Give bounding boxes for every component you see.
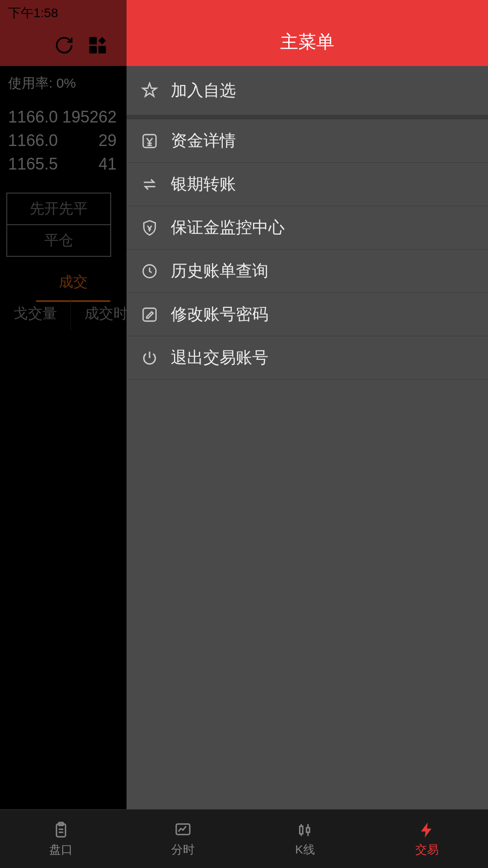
status-time: 下午1:58 [8,5,58,22]
star-icon [140,81,159,100]
menu-item-change-password[interactable]: 修改账号密码 [127,293,488,336]
shield-icon [140,218,159,237]
nav-label: 交易 [415,842,439,858]
menu-label: 退出交易账号 [171,347,268,369]
menu-item-add-favorite[interactable]: 加入自选 [127,66,488,115]
nav-label: 分时 [171,842,195,858]
menu-label: 加入自选 [171,80,236,102]
chart-line-icon [173,820,193,840]
menu-label: 修改账号密码 [171,303,268,326]
data-row: 1166.0 195262 [8,105,117,129]
drawer-title: 主菜单 [280,29,334,54]
transfer-icon [140,175,159,194]
order-card-bot: 平仓 [7,225,110,256]
grid-icon[interactable] [88,35,108,57]
svg-rect-9 [300,826,303,834]
menu-item-history[interactable]: 历史账单查询 [127,250,488,293]
menu-item-logout[interactable]: 退出交易账号 [127,336,488,380]
menu-label: 历史账单查询 [171,260,268,282]
tab-trades[interactable]: 成交 [36,264,110,302]
menu-item-fund-details[interactable]: 资金详情 [127,119,488,163]
clipboard-icon [51,820,71,840]
data-row: 1166.0 29 [8,129,117,152]
menu-separator [127,115,488,119]
drawer-header: 主菜单 [127,0,488,66]
main-menu-drawer: 主菜单 加入自选 资金详情 银期转账 保证金监控中心 [127,0,488,809]
svg-rect-2 [99,46,106,53]
lightning-icon [417,820,437,840]
order-card[interactable]: 先开先平 平仓 [6,193,111,257]
nav-item-quote[interactable]: 盘口 [0,810,122,868]
nav-item-timeshare[interactable]: 分时 [122,810,244,868]
menu-label: 保证金监控中心 [171,217,285,239]
nav-label: 盘口 [49,842,73,858]
power-icon [140,349,159,368]
nav-item-trade[interactable]: 交易 [366,810,488,868]
menu-item-bank-transfer[interactable]: 银期转账 [127,163,488,206]
edit-icon [140,305,159,324]
clock-icon [140,262,159,281]
menu-label: 银期转账 [171,173,236,195]
candlestick-icon [295,820,315,840]
bottom-nav: 盘口 分时 K线 交易 [0,809,488,868]
money-details-icon [140,132,159,151]
svg-rect-1 [89,46,97,53]
sub-tab-volume[interactable]: 戈交量 [0,297,71,330]
svg-rect-10 [306,828,310,832]
menu-label: 资金详情 [171,130,236,152]
nav-item-kline[interactable]: K线 [244,810,366,868]
order-card-top: 先开先平 [7,193,110,225]
svg-rect-0 [89,37,97,45]
data-row: 1165.5 41 [8,152,117,176]
refresh-icon[interactable] [54,35,74,57]
menu-item-margin-monitor[interactable]: 保证金监控中心 [127,206,488,250]
nav-label: K线 [295,842,314,858]
